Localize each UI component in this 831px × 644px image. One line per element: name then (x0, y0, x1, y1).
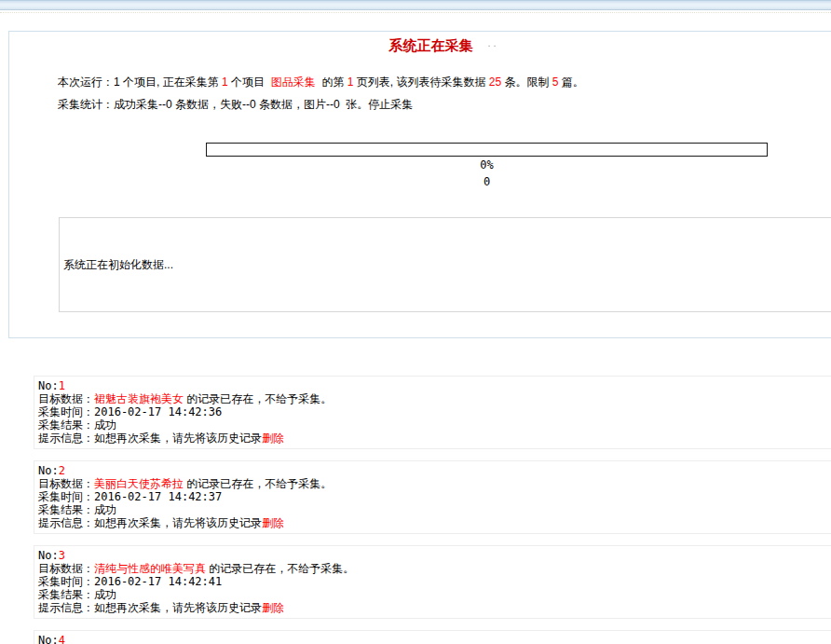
stats-line: 采集统计：成功采集--0 条数据，失败--0 条数据，图片--0 张。停止采集 (58, 98, 413, 111)
tip-label: 提示信息： (38, 516, 94, 529)
run-text: 篇。 (558, 75, 583, 89)
progress-count: 0 (206, 175, 768, 188)
record-item-3: No:3 目标数据：清纯与性感的唯美写真 的记录已存在，不给予采集。 采集时间：… (34, 545, 831, 619)
collection-log-list: No:1 目标数据：裙魅古装旗袍美女 的记录已存在，不给予采集。 采集时间：20… (34, 376, 831, 644)
result-label: 采集结果： (38, 503, 94, 516)
record-no-value: 1 (59, 379, 65, 392)
record-item-2: No:2 目标数据：美丽白天使苏希拉 的记录已存在，不给予采集。 采集时间：20… (34, 460, 831, 534)
result-value: 成功 (94, 418, 116, 432)
time-label: 采集时间： (38, 490, 94, 503)
tip-label: 提示信息： (38, 601, 94, 614)
record-item-1: No:1 目标数据：裙魅古装旗袍美女 的记录已存在，不给予采集。 采集时间：20… (34, 376, 831, 449)
tip-text: 如想再次采集，请先将该历史记录 (94, 432, 262, 445)
stop-collection-link[interactable]: 停止采集 (368, 98, 413, 111)
progress-bar (206, 143, 768, 157)
run-text: 的第 (316, 75, 347, 89)
status-message-box: 系统正在初始化数据... (59, 217, 831, 312)
delete-history-link[interactable]: 删除 (262, 432, 284, 445)
time-value: 2016-02-17 14:42:36 (94, 405, 222, 418)
exists-note: 的记录已存在，不给予采集。 (206, 562, 354, 575)
result-value: 成功 (94, 503, 116, 516)
record-no-value: 3 (59, 549, 65, 562)
time-value: 2016-02-17 14:42:41 (94, 575, 222, 588)
time-label: 采集时间： (38, 575, 94, 588)
result-label: 采集结果： (38, 418, 94, 432)
record-no-value: 4 (59, 634, 65, 644)
delete-history-link[interactable]: 删除 (262, 601, 284, 614)
pending-count: 25 (489, 75, 501, 89)
target-title: 裙魅古装旗袍美女 (94, 392, 184, 405)
current-project-index: 1 (222, 75, 228, 89)
tip-text: 如想再次采集，请先将该历史记录 (94, 601, 262, 614)
record-no-label: No: (38, 464, 59, 477)
target-title: 美丽白天使苏希拉 (94, 477, 184, 490)
stats-text: 采集统计：成功采集--0 条数据，失败--0 条数据，图片--0 张。 (58, 98, 368, 111)
run-text: 页列表, 该列表待采集数据 (353, 75, 488, 89)
tip-label: 提示信息： (38, 432, 94, 445)
result-value: 成功 (94, 588, 116, 601)
run-text: 个项目 (228, 75, 271, 89)
page-title-text: 系统正在采集 (388, 37, 472, 53)
delete-history-link[interactable]: 删除 (262, 516, 284, 529)
record-no-value: 2 (59, 464, 65, 477)
exists-note: 的记录已存在，不给予采集。 (184, 392, 332, 405)
target-label: 目标数据： (38, 477, 94, 490)
page-title: 系统正在采集. . (9, 37, 831, 55)
target-label: 目标数据： (38, 562, 94, 575)
project-name: 图品采集 (271, 75, 316, 89)
record-item-4: No:4 (34, 630, 831, 644)
exists-note: 的记录已存在，不给予采集。 (184, 477, 332, 490)
run-summary-line: 本次运行：1 个项目, 正在采集第 1 个项目 图品采集 的第 1 页列表, 该… (58, 75, 584, 89)
run-text: 条。限制 (501, 75, 552, 89)
run-text: 本次运行：1 个项目, 正在采集第 (58, 75, 222, 89)
record-no-label: No: (38, 379, 59, 392)
time-label: 采集时间： (38, 405, 94, 418)
time-value: 2016-02-17 14:42:37 (94, 490, 222, 503)
progress-percent: 0% (206, 158, 768, 171)
record-no-label: No: (38, 549, 59, 562)
target-title: 清纯与性感的唯美写真 (94, 562, 206, 575)
collection-status-panel: 系统正在采集. . 本次运行：1 个项目, 正在采集第 1 个项目 图品采集 的… (8, 31, 831, 338)
loading-dots: . . (487, 37, 496, 48)
top-divider (0, 12, 831, 13)
status-message: 系统正在初始化数据... (63, 257, 173, 273)
result-label: 采集结果： (38, 588, 94, 601)
target-label: 目标数据： (38, 392, 94, 405)
record-no-label: No: (38, 634, 59, 644)
top-window-bar (0, 0, 831, 10)
tip-text: 如想再次采集，请先将该历史记录 (94, 516, 262, 529)
